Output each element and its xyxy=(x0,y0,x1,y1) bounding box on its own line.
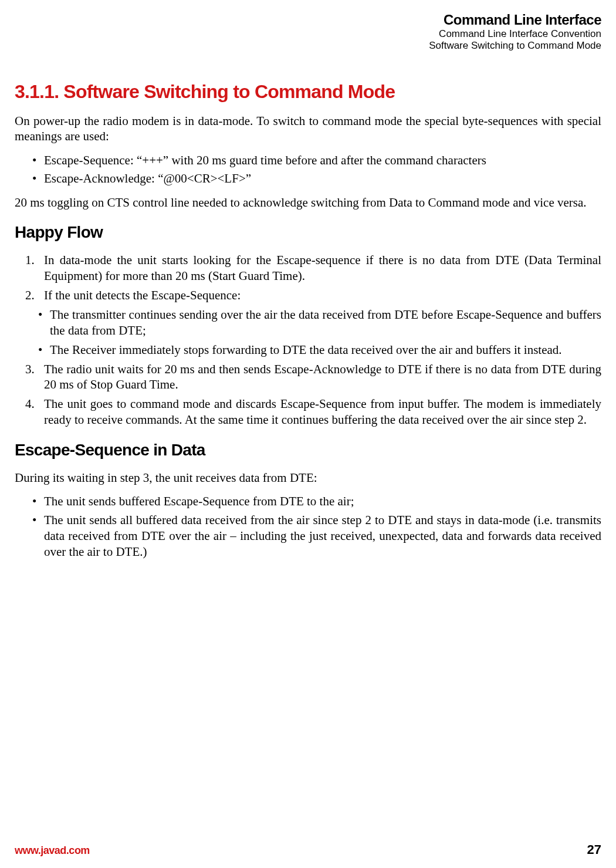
list-item: The unit goes to command mode and discar… xyxy=(44,396,601,428)
list-item: The unit sends buffered Escape-Sequence … xyxy=(44,494,601,509)
list-item: Escape-Sequence: “+++” with 20 ms guard … xyxy=(44,153,601,168)
escape-in-data-list: The unit sends buffered Escape-Sequence … xyxy=(15,494,601,560)
intro-paragraph: On power-up the radio modem is in data-m… xyxy=(15,113,601,144)
list-item: The Receiver immediately stops forwardin… xyxy=(38,342,601,358)
footer-page-number: 27 xyxy=(587,842,601,857)
list-item: Escape-Acknowledge: “@00<CR><LF>” xyxy=(44,171,601,187)
list-item: If the unit detects the Escape-Sequence:… xyxy=(44,288,601,358)
escape-in-data-heading: Escape-Sequence in Data xyxy=(15,441,601,460)
list-item-text: The radio unit waits for 20 ms and then … xyxy=(44,362,601,392)
escape-in-data-intro: During its waiting in step 3, the unit r… xyxy=(15,470,601,485)
list-item: In data-mode the unit starts looking for… xyxy=(44,252,601,284)
happy-flow-heading: Happy Flow xyxy=(15,223,601,242)
page-header: Command Line Interface Command Line Inte… xyxy=(15,12,601,52)
section-heading: 3.1.1. Software Switching to Command Mod… xyxy=(15,81,601,103)
header-subsection-title: Software Switching to Command Mode xyxy=(15,40,601,52)
list-item-text: In data-mode the unit starts looking for… xyxy=(44,253,601,283)
cts-note-paragraph: 20 ms toggling on CTS control line neede… xyxy=(15,195,601,210)
list-item: The transmitter continues sending over t… xyxy=(38,307,601,339)
list-item-text: The unit goes to command mode and discar… xyxy=(44,397,601,427)
footer-url: www.javad.com xyxy=(15,845,90,857)
list-item: The unit sends all buffered data receive… xyxy=(44,512,601,560)
header-section-title: Command Line Interface Convention xyxy=(15,28,601,40)
list-item: The radio unit waits for 20 ms and then … xyxy=(44,362,601,393)
header-chapter-title: Command Line Interface xyxy=(15,12,601,28)
page-footer: www.javad.com 27 xyxy=(15,842,601,857)
list-item-text: If the unit detects the Escape-Sequence: xyxy=(44,288,241,302)
sub-bullet-list: The transmitter continues sending over t… xyxy=(38,307,601,358)
escape-bullet-list: Escape-Sequence: “+++” with 20 ms guard … xyxy=(15,153,601,187)
happy-flow-list: In data-mode the unit starts looking for… xyxy=(15,252,601,428)
